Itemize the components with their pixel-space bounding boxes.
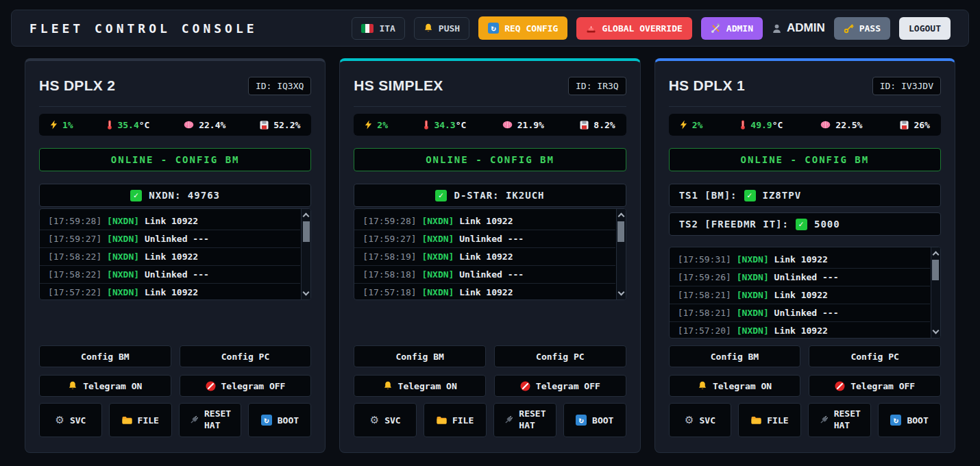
card-hs-dplx-2: HS DPLX 2 ID: IQ3XQ 1% 35.4°C 22.4% 52.2… [25,58,326,453]
config-buttons: Config BM Config PC [354,345,626,367]
bell-icon [424,23,433,33]
telegram-off-button[interactable]: Telegram OFF [494,375,626,397]
disk-value: 26% [914,120,929,130]
bell-icon [68,381,77,391]
log-row: [17:59:27] [NXDN] Unlinked --- [354,230,615,248]
refresh-icon [576,415,587,426]
user-icon [772,23,782,34]
scroll-thumb[interactable] [617,221,624,242]
log-scrollbar[interactable] [301,209,310,299]
bolt-icon [680,120,687,130]
log-rows: [17:59:28] [NXDN] Link 10922 [17:59:27] … [40,209,300,300]
file-button[interactable]: FILE [424,403,487,437]
scroll-thumb[interactable] [303,221,310,242]
global-override-button[interactable]: GLOBAL OVERRIDE [576,17,691,40]
scroll-down-icon[interactable] [617,289,624,296]
svc-button[interactable]: SVC [354,403,417,437]
config-pc-button[interactable]: Config PC [180,345,312,367]
log-panel: [17:59:28] [NXDN] Link 10922 [17:59:27] … [39,208,311,300]
stats-bar: 1% 35.4°C 22.4% 52.2% [39,114,311,136]
folder-icon [122,416,132,424]
telegram-on-button[interactable]: Telegram ON [669,375,801,397]
top-bar: FLEET CONTROL CONSOLE ITA PUSH REQ CONFI… [11,10,969,47]
language-label: ITA [379,23,395,34]
admin-user-label: ADMIN [787,21,825,35]
log-row: [17:57:20] [NXDN] Link 10922 [670,322,930,339]
power-stat: 1% [50,120,73,130]
telegram-off-button[interactable]: Telegram OFF [809,375,941,397]
scroll-up-icon[interactable] [617,213,624,220]
global-override-label: GLOBAL OVERRIDE [602,23,682,34]
disk-stat: 8.2% [580,120,615,130]
telegram-off-button[interactable]: Telegram OFF [180,375,312,397]
ram-value: 21.9% [517,120,544,130]
log-rows: [17:59:31] [NXDN] Link 10922 [17:59:26] … [670,247,930,339]
language-button[interactable]: ITA [352,17,404,40]
folder-icon [751,416,761,424]
log-row: [17:59:27] [NXDN] Unlinked --- [40,230,300,248]
push-button[interactable]: PUSH [414,17,469,40]
floppy-icon [580,121,589,130]
svc-button[interactable]: SVC [669,403,732,437]
svc-button[interactable]: SVC [39,403,102,437]
refresh-icon [488,23,499,34]
plug-icon [819,415,829,425]
log-row: [17:57:18] [NXDN] Link 10922 [354,284,615,300]
log-scrollbar[interactable] [931,247,940,338]
scroll-down-icon[interactable] [303,289,310,296]
file-button[interactable]: FILE [109,403,172,437]
config-pc-button[interactable]: Config PC [809,345,941,367]
file-button[interactable]: FILE [738,403,801,437]
telegram-on-button[interactable]: Telegram ON [354,375,486,397]
check-icon [130,190,142,201]
req-config-button[interactable]: REQ CONFIG [478,16,567,40]
brain-icon [502,121,513,129]
reset-hat-button[interactable]: RESET HAT [179,403,242,437]
log-panel: [17:59:28] [NXDN] Link 10922 [17:59:27] … [354,208,626,300]
scroll-up-icon[interactable] [933,252,940,258]
power-stat: 2% [365,120,388,130]
log-row: [17:58:22] [NXDN] Unlinked --- [40,266,300,284]
stats-bar: 2% 49.9°C 22.5% 26% [669,114,941,136]
bell-icon [698,381,707,391]
boot-button[interactable]: BOOT [878,403,941,437]
ts2-label: TS2 [FREEDMR IT]: [679,219,789,230]
log-scrollbar[interactable] [616,209,626,299]
ram-value: 22.5% [835,120,862,130]
config-buttons: Config BM Config PC [669,345,941,367]
disk-stat: 52.2% [260,120,300,130]
reset-hat-button[interactable]: RESET HAT [808,403,871,437]
reset-hat-button[interactable]: RESET HAT [493,403,556,437]
config-pc-button[interactable]: Config PC [494,345,626,367]
log-row: [17:58:19] [NXDN] Link 10922 [354,248,615,266]
scroll-up-icon[interactable] [303,213,310,220]
admin-button[interactable]: ADMIN [701,17,763,40]
check-icon [435,190,447,201]
plug-icon [504,415,513,425]
card-header: HS SIMPLEX ID: IR3Q [354,73,626,98]
config-bm-button[interactable]: Config BM [669,345,801,367]
telegram-on-button[interactable]: Telegram ON [39,375,171,397]
scroll-down-icon[interactable] [933,328,940,334]
floppy-icon [260,121,269,130]
power-value: 1% [62,120,73,130]
device-id-badge: ID: IV3JDV [872,77,941,95]
logout-button[interactable]: LOGOUT [899,17,951,40]
boot-button[interactable]: BOOT [563,403,626,437]
log-row: [17:58:21] [NXDN] Unlinked --- [670,304,930,322]
no-entry-icon [520,381,530,391]
config-bm-button[interactable]: Config BM [39,345,171,367]
disk-value: 52.2% [273,120,300,130]
ts2-bar: TS2 [FREEDMR IT]: 5000 [669,212,941,236]
power-value: 2% [377,120,388,130]
cards-row: HS DPLX 2 ID: IQ3XQ 1% 35.4°C 22.4% 52.2… [0,58,980,453]
temp-stat: 35.4°C [107,120,149,130]
pass-button[interactable]: PASS [834,17,890,40]
utility-buttons: SVC FILE RESET HAT BOOT [39,403,311,437]
mode-label: NXDN: 49763 [149,190,220,201]
bell-icon [383,381,393,391]
config-bm-button[interactable]: Config BM [354,345,486,367]
scroll-thumb[interactable] [932,260,939,280]
boot-button[interactable]: BOOT [248,403,311,437]
no-entry-icon [206,381,216,391]
